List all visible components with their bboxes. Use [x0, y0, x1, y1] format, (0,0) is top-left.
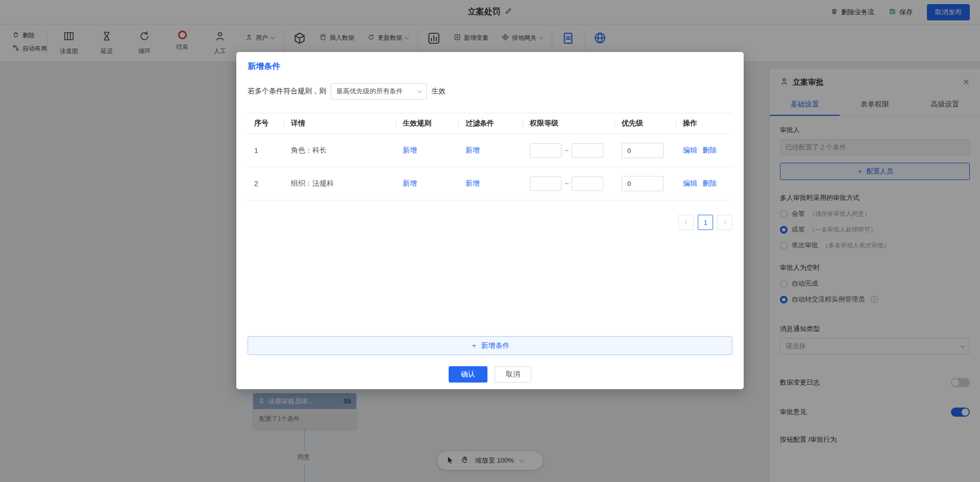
add-condition-modal: 新增条件 若多个条件符合规则，则 最高优先级的所有条件 生效 序号 详情 生效规…: [236, 52, 744, 389]
table-row: 1 角色：科长 新增 新增 ~ 编辑 删除: [248, 134, 732, 167]
edit-row-link[interactable]: 编辑: [683, 146, 697, 155]
chevron-right-icon: [722, 220, 726, 224]
row-index: 1: [248, 134, 284, 167]
table-row: 2 组织：法规科 新增 新增 ~ 编辑 删除: [248, 167, 732, 200]
add-effective-rule-link[interactable]: 新增: [403, 146, 417, 155]
modal-footer: 确认 取消: [236, 366, 744, 383]
level-min-input[interactable]: [530, 176, 561, 191]
row-detail: 角色：科长: [284, 134, 396, 167]
add-filter-link[interactable]: 新增: [465, 179, 480, 188]
add-filter-link[interactable]: 新增: [465, 146, 480, 155]
row-index: 2: [248, 167, 284, 200]
rule-row: 若多个条件符合规则，则 最高优先级的所有条件 生效: [248, 83, 732, 99]
chevron-left-icon: [684, 220, 689, 224]
range-separator: ~: [565, 180, 569, 188]
row-detail: 组织：法规科: [284, 167, 396, 200]
chevron-down-icon: [418, 88, 422, 92]
prev-page-button[interactable]: [678, 215, 694, 230]
range-separator: ~: [565, 146, 569, 155]
modal-title: 新增条件: [248, 61, 732, 72]
add-condition-button[interactable]: ＋ 新增条件: [248, 336, 732, 355]
rule-suffix-text: 生效: [431, 87, 446, 96]
rule-prefix-text: 若多个条件符合规则，则: [248, 87, 326, 96]
pagination: 1: [248, 215, 732, 230]
delete-row-link[interactable]: 删除: [702, 146, 717, 155]
rule-priority-select[interactable]: 最高优先级的所有条件: [331, 83, 427, 99]
add-effective-rule-link[interactable]: 新增: [403, 179, 417, 188]
workflow-designer: 立案处罚 删除业务流 保存 取消发布 删除 自动: [0, 0, 980, 482]
priority-input[interactable]: [622, 143, 664, 158]
level-max-input[interactable]: [572, 143, 603, 158]
cancel-button[interactable]: 取消: [495, 366, 531, 383]
confirm-button[interactable]: 确认: [449, 366, 487, 383]
edit-row-link[interactable]: 编辑: [683, 179, 697, 188]
level-max-input[interactable]: [572, 176, 603, 191]
delete-row-link[interactable]: 删除: [702, 179, 717, 188]
level-min-input[interactable]: [530, 143, 561, 158]
next-page-button[interactable]: [717, 215, 732, 230]
conditions-table: 序号 详情 生效规则 过滤条件 权限等级 优先级 操作 1 角色：科长 新增 新…: [248, 113, 732, 200]
priority-input[interactable]: [622, 176, 664, 191]
page-number[interactable]: 1: [698, 215, 713, 230]
table-header-row: 序号 详情 生效规则 过滤条件 权限等级 优先级 操作: [248, 113, 732, 134]
plus-icon: ＋: [471, 341, 478, 350]
